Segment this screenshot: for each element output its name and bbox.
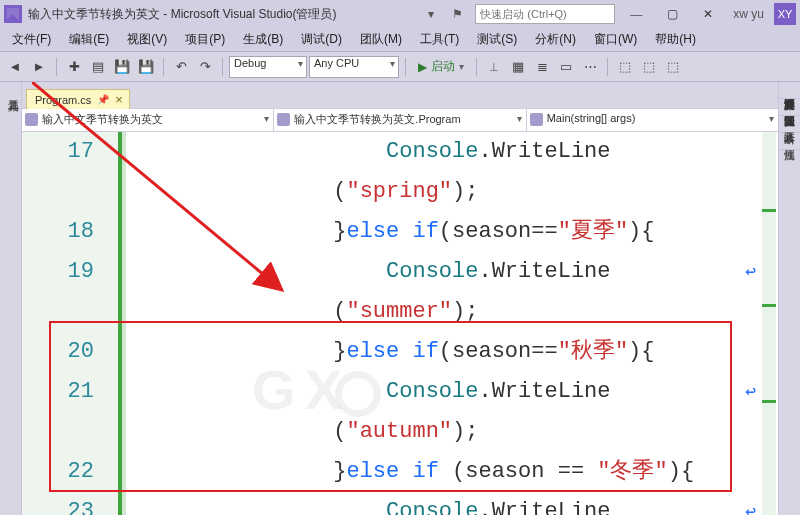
user-avatar[interactable]: XY xyxy=(774,3,796,25)
toolbar-btn-5[interactable]: ⋯ xyxy=(579,56,601,78)
code-lines[interactable]: Console.WriteLine ("spring"); }else if(s… xyxy=(122,132,778,515)
menu-tools[interactable]: 工具(T) xyxy=(412,28,467,51)
signed-in-user[interactable]: xw yu xyxy=(729,7,768,21)
open-file-button[interactable]: ▤ xyxy=(87,56,109,78)
toolbar-btn-6[interactable]: ⬚ xyxy=(614,56,636,78)
maximize-button[interactable]: ▢ xyxy=(657,3,687,25)
menu-help[interactable]: 帮助(H) xyxy=(647,28,704,51)
toolbar-btn-1[interactable]: ⟂ xyxy=(483,56,505,78)
navigation-bar: 输入中文季节转换为英文 输入中文季节转换为英文.Program Main(str… xyxy=(22,108,778,132)
code-line[interactable]: }else if(season=="夏季"){ xyxy=(122,212,778,252)
line-number: 17 xyxy=(22,132,94,172)
code-line[interactable]: Console.WriteLine↩ xyxy=(122,252,778,292)
editor-area: Program.cs 📌 × 输入中文季节转换为英文 输入中文季节转换为英文.P… xyxy=(22,82,778,515)
menu-team[interactable]: 团队(M) xyxy=(352,28,410,51)
start-debug-button[interactable]: ▶ 启动 ▾ xyxy=(412,56,470,78)
code-line[interactable]: Console.WriteLine↩ xyxy=(122,492,778,515)
menu-window[interactable]: 窗口(W) xyxy=(586,28,645,51)
file-tab-label: Program.cs xyxy=(35,94,91,106)
tab-solution-explorer[interactable]: 解决方案资源管理器 xyxy=(779,82,800,99)
code-line[interactable]: ("summer"); xyxy=(122,292,778,332)
line-number: 20 xyxy=(22,332,94,372)
document-tabs: Program.cs 📌 × xyxy=(22,82,778,108)
save-all-button[interactable]: 💾 xyxy=(135,56,157,78)
toolbar-btn-2[interactable]: ▦ xyxy=(507,56,529,78)
menu-test[interactable]: 测试(S) xyxy=(469,28,525,51)
code-line[interactable]: Console.WriteLine↩ xyxy=(122,372,778,412)
toolbar-btn-4[interactable]: ▭ xyxy=(555,56,577,78)
close-window-button[interactable]: ✕ xyxy=(693,3,723,25)
code-line[interactable]: Console.WriteLine xyxy=(122,132,778,172)
code-line[interactable]: }else if(season=="秋季"){ xyxy=(122,332,778,372)
tab-diagnostic-tools[interactable]: 诊断工具 xyxy=(779,116,800,133)
close-tab-icon[interactable]: × xyxy=(115,93,123,106)
platform-dropdown[interactable]: Any CPU xyxy=(309,56,399,78)
flag-icon[interactable]: ⚑ xyxy=(446,7,469,21)
new-project-button[interactable]: ✚ xyxy=(63,56,85,78)
nav-class-dropdown[interactable]: 输入中文季节转换为英文.Program xyxy=(274,109,526,131)
menu-file[interactable]: 文件(F) xyxy=(4,28,59,51)
menu-build[interactable]: 生成(B) xyxy=(235,28,291,51)
left-dock: 工具箱 xyxy=(0,82,22,515)
tab-team-explorer[interactable]: 团队资源管理器 xyxy=(779,99,800,116)
minimize-button[interactable]: — xyxy=(621,3,651,25)
title-bar: 输入中文季节转换为英文 - Microsoft Visual Studio(管理… xyxy=(0,0,800,28)
line-number: 19 xyxy=(22,252,94,292)
window-title: 输入中文季节转换为英文 - Microsoft Visual Studio(管理… xyxy=(28,6,337,23)
workspace: 工具箱 Program.cs 📌 × 输入中文季节转换为英文 输入中文季节转换为… xyxy=(0,82,800,515)
line-number xyxy=(22,292,94,332)
line-number-gutter: 1718192021222324 xyxy=(22,132,122,515)
pin-icon[interactable]: 📌 xyxy=(97,94,109,105)
code-line[interactable]: ("spring"); xyxy=(122,172,778,212)
menu-bar: 文件(F) 编辑(E) 视图(V) 项目(P) 生成(B) 调试(D) 团队(M… xyxy=(0,28,800,52)
play-icon: ▶ xyxy=(418,60,427,74)
standard-toolbar: ◄ ► ✚ ▤ 💾 💾 ↶ ↷ Debug Any CPU ▶ 启动 ▾ ⟂ ▦… xyxy=(0,52,800,82)
menu-view[interactable]: 视图(V) xyxy=(119,28,175,51)
menu-analyze[interactable]: 分析(N) xyxy=(527,28,584,51)
line-number xyxy=(22,412,94,452)
line-number: 18 xyxy=(22,212,94,252)
nav-back-button[interactable]: ◄ xyxy=(4,56,26,78)
start-label: 启动 xyxy=(431,58,455,75)
quick-launch-input[interactable] xyxy=(475,4,615,24)
file-tab-program-cs[interactable]: Program.cs 📌 × xyxy=(26,89,130,109)
nav-member-dropdown[interactable]: Main(string[] args) xyxy=(527,109,778,131)
code-line[interactable]: ("autumn"); xyxy=(122,412,778,452)
line-number: 23 xyxy=(22,492,94,515)
menu-edit[interactable]: 编辑(E) xyxy=(61,28,117,51)
code-editor[interactable]: 1718192021222324 Console.WriteLine ("spr… xyxy=(22,132,778,515)
config-dropdown[interactable]: Debug xyxy=(229,56,307,78)
nav-project-dropdown[interactable]: 输入中文季节转换为英文 xyxy=(22,109,274,131)
save-button[interactable]: 💾 xyxy=(111,56,133,78)
menu-debug[interactable]: 调试(D) xyxy=(293,28,350,51)
tab-properties[interactable]: 属性 xyxy=(779,133,800,150)
undo-button[interactable]: ↶ xyxy=(170,56,192,78)
toolbar-btn-7[interactable]: ⬚ xyxy=(638,56,660,78)
menu-project[interactable]: 项目(P) xyxy=(177,28,233,51)
redo-button[interactable]: ↷ xyxy=(194,56,216,78)
toolbar-btn-8[interactable]: ⬚ xyxy=(662,56,684,78)
vs-logo-icon xyxy=(4,5,22,23)
line-number: 21 xyxy=(22,372,94,412)
line-number xyxy=(22,172,94,212)
toolbar-btn-3[interactable]: ≣ xyxy=(531,56,553,78)
code-line[interactable]: }else if (season == "冬季"){ xyxy=(122,452,778,492)
line-number: 22 xyxy=(22,452,94,492)
chevron-down-icon: ▾ xyxy=(459,61,464,72)
notification-icon[interactable]: ▾ xyxy=(422,7,440,21)
scrollbar-indicator[interactable] xyxy=(762,132,776,515)
nav-fwd-button[interactable]: ► xyxy=(28,56,50,78)
right-dock: 解决方案资源管理器 团队资源管理器 诊断工具 属性 xyxy=(778,82,800,515)
